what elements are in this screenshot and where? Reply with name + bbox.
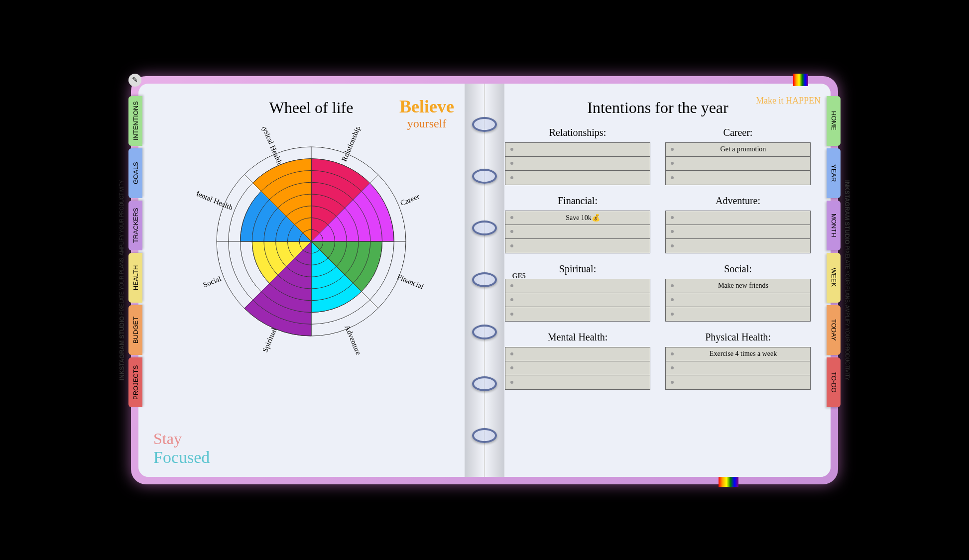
intention-section-title: Social: [665,263,811,275]
intention-row[interactable] [505,143,650,157]
tab-week[interactable]: WEEK [827,253,841,303]
tab-projects[interactable]: PROJECTS [128,357,142,407]
intention-row[interactable]: Exercise 4 times a week [666,347,810,361]
tab-home[interactable]: HOME [827,96,841,146]
planner-container: ✎ INKSTAGRAM STUDIO PIXELATE YOUR PLANS,… [131,76,838,484]
sticker-believe: Believe yourself [399,96,454,130]
tab-trackers[interactable]: TRACKERS [128,201,142,250]
binder-spine [465,84,504,477]
wheel-label: Mental Health [197,188,234,212]
intention-row[interactable] [666,307,810,321]
bookmark-bottom[interactable] [719,477,738,487]
intention-box [665,211,811,253]
intention-section-title: Financial: [505,195,650,207]
page-left: Wheel of life Believe yourself Relations… [138,84,484,477]
notebook: Wheel of life Believe yourself Relations… [138,84,831,477]
tabs-left: INTENTIONSGOALSTRACKERSHEALTHBUDGETPROJE… [128,96,142,407]
watermark-left: INKSTAGRAM STUDIO PIXELATE YOUR PLANS, A… [119,180,125,380]
intention-block: Spiritual: [505,263,650,322]
binder-ring [472,325,497,339]
wheel-label: Financial [396,272,425,290]
intention-row[interactable] [505,293,650,307]
intention-row[interactable] [505,157,650,171]
wheel-of-life-chart[interactable]: RelationshipsCareerFinancialAdventureSpi… [197,127,426,356]
intention-block: Financial:Save 10k💰 [505,195,650,253]
intention-section-title: Spiritual: [505,263,650,275]
intention-row[interactable] [666,361,810,375]
intention-row[interactable] [666,293,810,307]
binder-ring [472,428,497,443]
intention-row[interactable] [505,375,650,389]
binder-ring [472,117,497,132]
intention-section-title: Physical Health: [665,332,811,343]
wheel-label: Spiritual [261,327,278,353]
bookmark-top[interactable] [793,74,808,86]
intention-row[interactable] [505,307,650,321]
spine-label: GE5 [512,272,526,280]
wheel-label: Adventure [343,324,363,355]
intention-block: Physical Health:Exercise 4 times a week [665,332,811,390]
intention-row[interactable] [505,239,650,253]
binder-ring [472,376,497,391]
binder-ring [472,221,497,235]
intention-row[interactable] [666,225,810,239]
intention-row[interactable] [505,361,650,375]
intention-row[interactable]: Save 10k💰 [505,211,650,225]
intention-box: Get a promotion [665,142,811,185]
intention-section-title: Adventure: [665,195,811,207]
intention-box: Exercise 4 times a week [665,347,811,390]
intention-box [505,347,650,390]
page-right: Intentions for the year Make it HAPPEN R… [484,84,831,477]
tab-goals[interactable]: GOALS [128,148,142,198]
tab-intentions[interactable]: INTENTIONS [128,96,142,146]
tab-budget[interactable]: BUDGET [128,305,142,355]
tab-year[interactable]: YEAR [827,148,841,198]
intention-row[interactable] [666,171,810,185]
intention-row[interactable] [505,279,650,293]
intention-row[interactable] [666,211,810,225]
tab-to-do[interactable]: TO-DO [827,357,841,407]
tab-health[interactable]: HEALTH [128,253,142,303]
binder-ring [472,272,497,287]
intention-row[interactable]: Make new friends [666,279,810,293]
intention-section-title: Career: [665,127,811,138]
intention-block: Adventure: [665,195,811,253]
intention-box: Save 10k💰 [505,211,650,253]
wheel-label: Career [399,192,421,207]
sticker-stay-focused: Stay Focused [153,430,210,467]
intention-box [505,142,650,185]
edit-icon[interactable]: ✎ [128,74,141,87]
intention-row[interactable] [666,375,810,389]
intention-row[interactable]: Get a promotion [666,143,810,157]
intention-block: Mental Health: [505,332,650,390]
tab-month[interactable]: MONTH [827,201,841,250]
sticker-make-it-happen: Make it HAPPEN [756,96,821,105]
intention-block: Social:Make new friends [665,263,811,322]
intention-block: Relationships: [505,127,650,185]
intention-section-title: Relationships: [505,127,650,138]
intention-row[interactable] [666,239,810,253]
watermark-right: INKSTAGRAM STUDIO PIXELATE YOUR PLANS, A… [844,180,850,380]
intention-section-title: Mental Health: [505,332,650,343]
intention-box: Make new friends [665,279,811,322]
wheel-label: Relationships [340,127,363,163]
intention-block: Career:Get a promotion [665,127,811,185]
intentions-grid: Relationships:Career:Get a promotionFina… [505,127,811,390]
tabs-right: HOMEYEARMONTHWEEKTODAYTO-DO [827,96,841,407]
tab-today[interactable]: TODAY [827,305,841,355]
intention-row[interactable] [666,157,810,171]
binder-ring [472,169,497,184]
intention-row[interactable] [505,225,650,239]
wheel-label: Physical Health [258,127,284,166]
wheel-label: Social [202,274,222,289]
intention-row[interactable] [505,171,650,185]
intention-row[interactable] [505,347,650,361]
intention-box [505,279,650,322]
